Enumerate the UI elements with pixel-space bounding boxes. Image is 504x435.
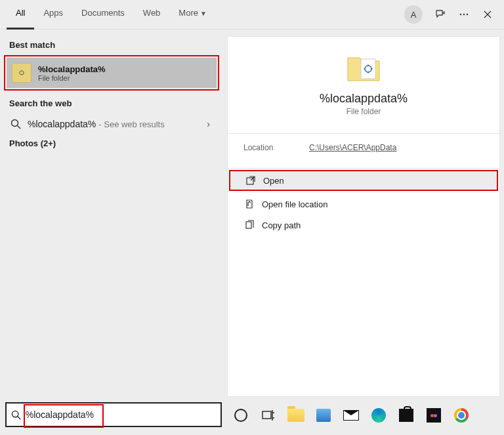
highlight-best-match: %localappdata% File folder [4,55,219,91]
svg-point-4 [12,120,18,127]
web-result-title: %localappdata% [28,119,96,129]
web-result-suffix: - See web results [98,119,164,129]
action-open-location-label: Open file location [262,199,327,209]
svg-point-9 [12,411,18,417]
tab-all[interactable]: All [7,0,34,30]
store-icon [399,409,413,422]
tab-bar: All Apps Documents Web More▼ [7,0,216,30]
search-input[interactable] [26,409,217,420]
best-match-subtitle: File folder [38,74,106,82]
topbar-right: A [404,5,497,24]
action-open-label: Open [263,176,284,186]
search-icon [9,119,22,129]
tab-web[interactable]: Web [134,0,170,30]
taskbar-figma[interactable] [425,407,442,424]
docs-icon [316,409,331,422]
location-value[interactable]: C:\Users\ACER\AppData [309,143,396,152]
web-result[interactable]: %localappdata% - See web results › [0,114,223,135]
taskbar-explorer[interactable] [287,407,304,424]
folder-icon [287,409,304,422]
folder-icon [12,63,32,83]
svg-point-2 [467,14,469,16]
folder-preview-icon [344,51,383,85]
tab-more[interactable]: More▼ [169,0,216,30]
divider [228,168,499,169]
chevron-down-icon: ▼ [200,10,207,17]
best-match-header: Best match [0,36,223,55]
action-copy-path[interactable]: Copy path [228,215,499,236]
action-open[interactable]: Open [229,170,498,191]
svg-rect-8 [246,222,251,228]
action-copy-path-label: Copy path [262,220,301,230]
location-icon [242,199,257,209]
tab-documents[interactable]: Documents [72,0,134,30]
chrome-icon [454,408,469,423]
search-bar[interactable] [5,402,222,427]
best-match-text: %localappdata% File folder [38,64,106,82]
action-open-location[interactable]: Open file location [228,194,499,215]
location-row: Location C:\Users\ACER\AppData [228,134,499,161]
taskbar-edge[interactable] [370,407,387,424]
more-options-icon[interactable] [454,5,474,24]
taskbar-mail[interactable] [343,407,360,424]
best-match-title: %localappdata% [38,64,106,74]
taskbar-cortana[interactable] [232,407,249,424]
web-header: Search the web [0,94,223,114]
taskbar-docs[interactable] [315,407,332,424]
circle-icon [234,409,247,422]
taskview-icon [262,409,275,421]
close-icon[interactable] [478,5,497,24]
search-topbar: All Apps Documents Web More▼ A [0,0,504,30]
edge-icon [371,408,386,423]
search-panel: All Apps Documents Web More▼ A Best matc… [0,0,504,435]
preview-block: %localappdata% File folder [228,37,499,127]
feedback-icon[interactable] [430,5,450,24]
search-icon [10,410,22,420]
preview-title: %localappdata% [234,92,493,106]
content-area: Best match %localappdata% File folder Se… [0,30,504,397]
mail-icon [343,410,359,421]
svg-point-0 [460,14,462,16]
svg-point-1 [463,14,465,16]
open-icon [243,175,258,186]
photos-header[interactable]: Photos (2+) [0,135,223,154]
figma-icon [427,408,441,423]
preview-card: %localappdata% File folder Location C:\U… [227,36,500,397]
best-match-item[interactable]: %localappdata% File folder [7,58,217,88]
taskbar-taskview[interactable] [260,407,277,424]
svg-rect-10 [262,411,271,419]
user-avatar[interactable]: A [404,5,423,24]
location-label: Location [243,143,309,152]
left-pane: Best match %localappdata% File folder Se… [0,30,223,397]
right-pane: %localappdata% File folder Location C:\U… [223,30,504,397]
taskbar-store[interactable] [398,407,415,424]
copy-icon [242,220,257,230]
taskbar-chrome[interactable] [453,407,470,424]
svg-rect-5 [361,59,375,79]
actions: Open Open file location Copy path [228,170,499,236]
chevron-right-icon: › [207,119,214,129]
tab-apps[interactable]: Apps [34,0,72,30]
taskbar [228,404,499,427]
preview-subtitle: File folder [234,107,493,116]
